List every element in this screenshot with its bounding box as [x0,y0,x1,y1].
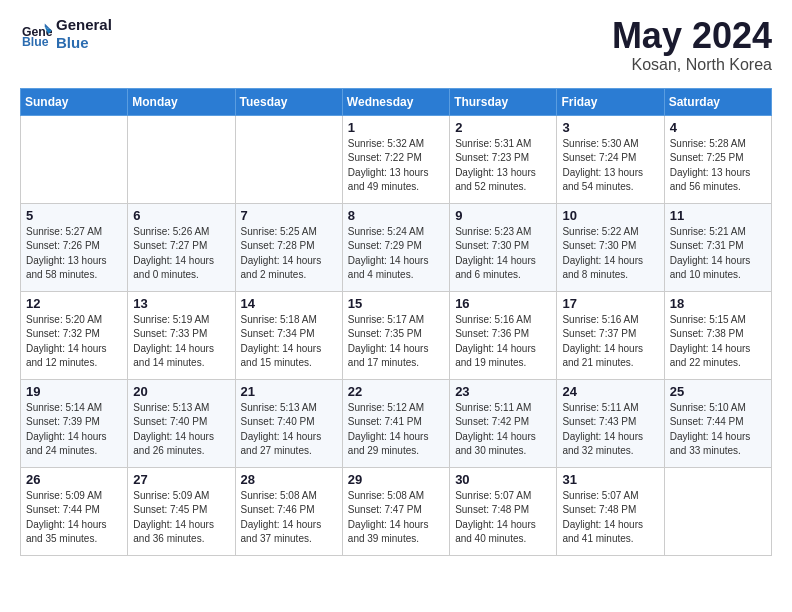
day-info: Sunrise: 5:23 AM Sunset: 7:30 PM Dayligh… [455,225,551,283]
logo-icon: General Blue [20,20,52,48]
day-info: Sunrise: 5:19 AM Sunset: 7:33 PM Dayligh… [133,313,229,371]
day-info: Sunrise: 5:09 AM Sunset: 7:44 PM Dayligh… [26,489,122,547]
calendar-cell [664,467,771,555]
day-number: 5 [26,208,122,223]
calendar-cell: 15Sunrise: 5:17 AM Sunset: 7:35 PM Dayli… [342,291,449,379]
calendar-cell: 25Sunrise: 5:10 AM Sunset: 7:44 PM Dayli… [664,379,771,467]
calendar-cell: 3Sunrise: 5:30 AM Sunset: 7:24 PM Daylig… [557,115,664,203]
day-number: 24 [562,384,658,399]
calendar-cell: 9Sunrise: 5:23 AM Sunset: 7:30 PM Daylig… [450,203,557,291]
day-info: Sunrise: 5:10 AM Sunset: 7:44 PM Dayligh… [670,401,766,459]
day-of-week-header: Saturday [664,88,771,115]
calendar-cell: 5Sunrise: 5:27 AM Sunset: 7:26 PM Daylig… [21,203,128,291]
calendar-page: General Blue General Blue May 2024 Kosan… [0,0,792,572]
logo-text-blue: Blue [56,34,112,52]
day-number: 25 [670,384,766,399]
day-number: 10 [562,208,658,223]
day-of-week-header: Tuesday [235,88,342,115]
day-number: 2 [455,120,551,135]
calendar-cell: 26Sunrise: 5:09 AM Sunset: 7:44 PM Dayli… [21,467,128,555]
calendar-cell [21,115,128,203]
day-info: Sunrise: 5:08 AM Sunset: 7:47 PM Dayligh… [348,489,444,547]
calendar-cell: 2Sunrise: 5:31 AM Sunset: 7:23 PM Daylig… [450,115,557,203]
day-info: Sunrise: 5:24 AM Sunset: 7:29 PM Dayligh… [348,225,444,283]
day-of-week-header: Friday [557,88,664,115]
calendar-cell: 8Sunrise: 5:24 AM Sunset: 7:29 PM Daylig… [342,203,449,291]
day-info: Sunrise: 5:22 AM Sunset: 7:30 PM Dayligh… [562,225,658,283]
calendar-cell: 22Sunrise: 5:12 AM Sunset: 7:41 PM Dayli… [342,379,449,467]
day-number: 7 [241,208,337,223]
day-number: 6 [133,208,229,223]
calendar-cell: 11Sunrise: 5:21 AM Sunset: 7:31 PM Dayli… [664,203,771,291]
day-number: 30 [455,472,551,487]
day-info: Sunrise: 5:17 AM Sunset: 7:35 PM Dayligh… [348,313,444,371]
day-number: 8 [348,208,444,223]
day-number: 26 [26,472,122,487]
day-info: Sunrise: 5:31 AM Sunset: 7:23 PM Dayligh… [455,137,551,195]
location: Kosan, North Korea [612,56,772,74]
day-number: 15 [348,296,444,311]
day-info: Sunrise: 5:16 AM Sunset: 7:36 PM Dayligh… [455,313,551,371]
logo-text-general: General [56,16,112,34]
day-info: Sunrise: 5:27 AM Sunset: 7:26 PM Dayligh… [26,225,122,283]
day-number: 31 [562,472,658,487]
day-info: Sunrise: 5:11 AM Sunset: 7:43 PM Dayligh… [562,401,658,459]
day-info: Sunrise: 5:09 AM Sunset: 7:45 PM Dayligh… [133,489,229,547]
day-of-week-header: Wednesday [342,88,449,115]
day-info: Sunrise: 5:08 AM Sunset: 7:46 PM Dayligh… [241,489,337,547]
calendar-cell [235,115,342,203]
day-info: Sunrise: 5:13 AM Sunset: 7:40 PM Dayligh… [241,401,337,459]
day-number: 14 [241,296,337,311]
calendar-cell: 30Sunrise: 5:07 AM Sunset: 7:48 PM Dayli… [450,467,557,555]
day-info: Sunrise: 5:21 AM Sunset: 7:31 PM Dayligh… [670,225,766,283]
day-number: 21 [241,384,337,399]
day-info: Sunrise: 5:18 AM Sunset: 7:34 PM Dayligh… [241,313,337,371]
calendar-cell: 13Sunrise: 5:19 AM Sunset: 7:33 PM Dayli… [128,291,235,379]
calendar-cell: 31Sunrise: 5:07 AM Sunset: 7:48 PM Dayli… [557,467,664,555]
day-info: Sunrise: 5:20 AM Sunset: 7:32 PM Dayligh… [26,313,122,371]
calendar-cell: 10Sunrise: 5:22 AM Sunset: 7:30 PM Dayli… [557,203,664,291]
day-number: 17 [562,296,658,311]
day-info: Sunrise: 5:25 AM Sunset: 7:28 PM Dayligh… [241,225,337,283]
day-info: Sunrise: 5:07 AM Sunset: 7:48 PM Dayligh… [455,489,551,547]
calendar-cell: 20Sunrise: 5:13 AM Sunset: 7:40 PM Dayli… [128,379,235,467]
calendar-cell: 18Sunrise: 5:15 AM Sunset: 7:38 PM Dayli… [664,291,771,379]
day-number: 23 [455,384,551,399]
day-of-week-header: Monday [128,88,235,115]
calendar-cell: 23Sunrise: 5:11 AM Sunset: 7:42 PM Dayli… [450,379,557,467]
calendar-cell [128,115,235,203]
calendar-cell: 1Sunrise: 5:32 AM Sunset: 7:22 PM Daylig… [342,115,449,203]
day-number: 19 [26,384,122,399]
day-info: Sunrise: 5:07 AM Sunset: 7:48 PM Dayligh… [562,489,658,547]
day-number: 12 [26,296,122,311]
calendar-cell: 17Sunrise: 5:16 AM Sunset: 7:37 PM Dayli… [557,291,664,379]
calendar-cell: 28Sunrise: 5:08 AM Sunset: 7:46 PM Dayli… [235,467,342,555]
day-info: Sunrise: 5:12 AM Sunset: 7:41 PM Dayligh… [348,401,444,459]
day-number: 22 [348,384,444,399]
day-number: 13 [133,296,229,311]
day-number: 20 [133,384,229,399]
day-number: 1 [348,120,444,135]
calendar-cell: 6Sunrise: 5:26 AM Sunset: 7:27 PM Daylig… [128,203,235,291]
calendar-cell: 7Sunrise: 5:25 AM Sunset: 7:28 PM Daylig… [235,203,342,291]
day-info: Sunrise: 5:14 AM Sunset: 7:39 PM Dayligh… [26,401,122,459]
day-number: 16 [455,296,551,311]
calendar-cell: 24Sunrise: 5:11 AM Sunset: 7:43 PM Dayli… [557,379,664,467]
calendar-cell: 19Sunrise: 5:14 AM Sunset: 7:39 PM Dayli… [21,379,128,467]
day-info: Sunrise: 5:32 AM Sunset: 7:22 PM Dayligh… [348,137,444,195]
day-info: Sunrise: 5:13 AM Sunset: 7:40 PM Dayligh… [133,401,229,459]
calendar-cell: 29Sunrise: 5:08 AM Sunset: 7:47 PM Dayli… [342,467,449,555]
day-number: 28 [241,472,337,487]
title-block: May 2024 Kosan, North Korea [612,16,772,74]
calendar-table: SundayMondayTuesdayWednesdayThursdayFrid… [20,88,772,556]
calendar-cell: 16Sunrise: 5:16 AM Sunset: 7:36 PM Dayli… [450,291,557,379]
day-number: 27 [133,472,229,487]
page-header: General Blue General Blue May 2024 Kosan… [20,16,772,74]
month-title: May 2024 [612,16,772,56]
day-number: 3 [562,120,658,135]
logo: General Blue General Blue [20,16,112,52]
day-info: Sunrise: 5:30 AM Sunset: 7:24 PM Dayligh… [562,137,658,195]
svg-text:Blue: Blue [22,35,49,48]
day-number: 9 [455,208,551,223]
day-number: 18 [670,296,766,311]
